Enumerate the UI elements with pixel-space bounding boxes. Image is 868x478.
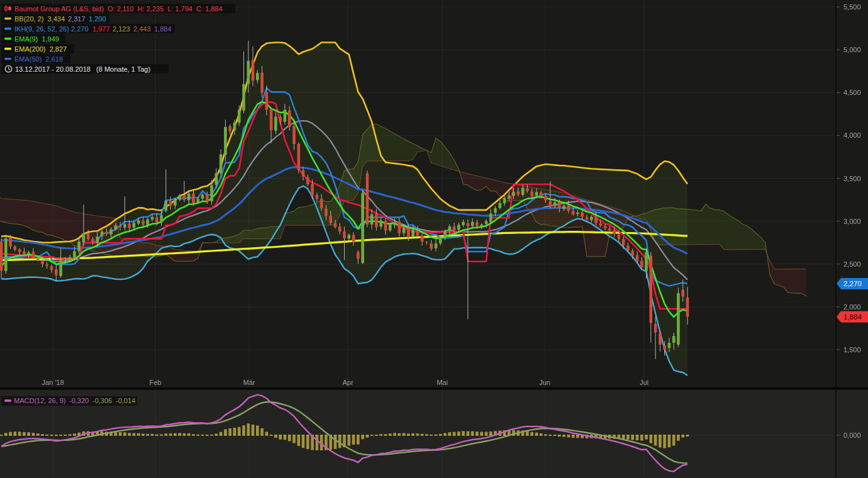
svg-text:Apr: Apr — [342, 379, 353, 386]
svg-text:1,200: 1,200 — [89, 15, 106, 23]
svg-text:4,500: 4,500 — [843, 89, 861, 96]
svg-text:5,000: 5,000 — [843, 46, 861, 53]
svg-text:3,000: 3,000 — [843, 218, 861, 225]
svg-text:13.12.2017 - 20.08.2018 (8 M: 13.12.2017 - 20.08.2018 (8 Monate, 1 Tag… — [15, 65, 150, 73]
svg-text:Jan '18: Jan '18 — [42, 379, 64, 386]
svg-text:EMA(50) 2,618: EMA(50) 2,618 — [14, 55, 63, 63]
svg-text:2,443: 2,443 — [133, 25, 151, 33]
svg-text:IKH(9, 26, 52, 26): IKH(9, 26, 52, 26) — [14, 25, 69, 33]
svg-text:MACD(12, 26, 9): MACD(12, 26, 9) — [14, 397, 66, 404]
svg-text:1,884: 1,884 — [843, 313, 862, 321]
svg-text:Jun: Jun — [539, 379, 550, 386]
svg-text:4,000: 4,000 — [843, 131, 861, 139]
svg-text:2,270: 2,270 — [843, 280, 862, 287]
svg-text:5,500: 5,500 — [843, 3, 861, 11]
svg-text:2,000: 2,000 — [843, 303, 861, 311]
svg-text:Baumot Group AG (L&S, bid) O:: Baumot Group AG (L&S, bid) O: 2,110 H: 2… — [14, 5, 223, 13]
svg-text:Feb: Feb — [150, 379, 162, 386]
svg-text:2,317: 2,317 — [68, 15, 86, 23]
svg-text:Jul: Jul — [640, 379, 648, 386]
svg-text:-0,014: -0,014 — [116, 397, 135, 404]
svg-text:EMA(200) 2,827: EMA(200) 2,827 — [14, 45, 67, 53]
svg-text:2,123: 2,123 — [113, 25, 130, 33]
svg-text:-0,320: -0,320 — [69, 397, 89, 404]
svg-text:1,977: 1,977 — [92, 25, 110, 33]
svg-text:1,500: 1,500 — [843, 346, 861, 353]
svg-text:Mai: Mai — [437, 379, 448, 386]
svg-text:EMA(9) 1,949: EMA(9) 1,949 — [14, 35, 59, 43]
svg-text:3,500: 3,500 — [843, 175, 861, 182]
svg-text:0,000: 0,000 — [843, 431, 861, 439]
svg-text:-0,306: -0,306 — [92, 397, 112, 404]
svg-text:2,270: 2,270 — [71, 25, 89, 33]
svg-text:1,884: 1,884 — [154, 25, 172, 33]
svg-text:Mär: Mär — [243, 379, 255, 386]
svg-text:BB(20, 2) 3,434: BB(20, 2) 3,434 — [14, 15, 65, 23]
svg-text:2,500: 2,500 — [843, 260, 861, 268]
